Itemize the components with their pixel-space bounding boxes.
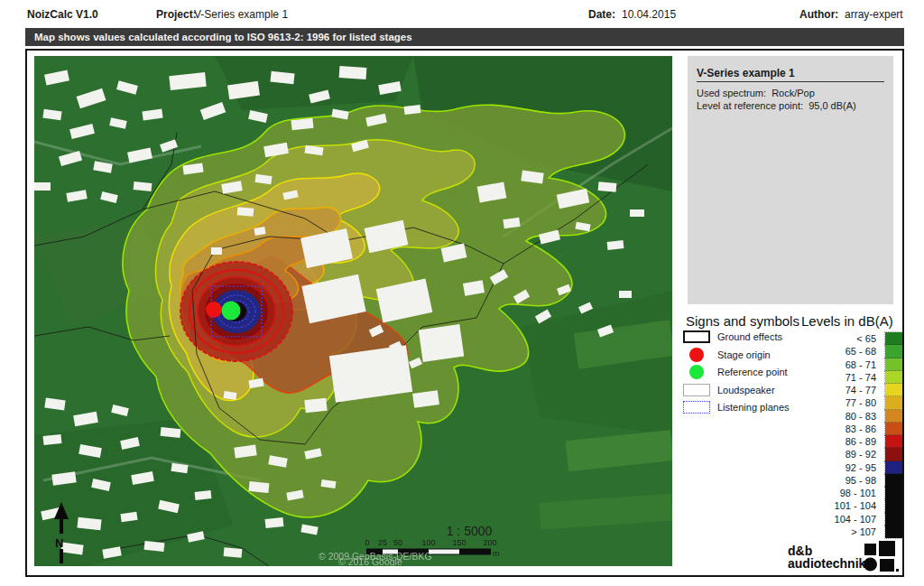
level-label: < 65 <box>856 333 876 344</box>
building <box>419 324 465 362</box>
scale-tick-label: 25 <box>378 538 387 547</box>
noizcalc-report-page: NoizCalc V1.0 Project: V-Series example … <box>0 0 924 586</box>
level-swatch <box>885 435 902 448</box>
level-row: 65 - 68 <box>767 345 902 358</box>
ground-effects-swatch <box>683 330 710 343</box>
building <box>224 547 243 558</box>
brand-logo-line1: d&b <box>788 544 865 557</box>
brand-logo-line2: audiotechnik <box>788 557 865 570</box>
iso-standard-banner: Map shows values calculated according to… <box>25 28 904 46</box>
stage-origin-label: Stage origin <box>717 349 771 360</box>
level-swatch <box>885 345 902 358</box>
level-row: 89 - 92 <box>767 448 902 460</box>
level-label: 92 - 95 <box>845 462 876 473</box>
level-label: 71 - 74 <box>845 372 876 383</box>
author-value: array-expert <box>845 8 903 21</box>
level-swatch <box>885 410 902 423</box>
reference-level-label: Level at reference point: <box>697 100 803 111</box>
building <box>598 181 617 192</box>
reference-level-line: Level at reference point: 95,0 dB(A) <box>697 100 884 111</box>
building <box>248 481 269 493</box>
stage-origin-marker <box>206 302 222 318</box>
level-row: 74 - 77 <box>767 384 902 396</box>
building <box>237 207 254 217</box>
level-swatch <box>885 332 902 345</box>
levels-legend: < 6565 - 6868 - 7171 - 7474 - 7777 - 808… <box>767 332 902 538</box>
level-swatch <box>885 384 902 396</box>
level-row: 104 - 107 <box>767 513 902 526</box>
level-swatch <box>885 461 902 474</box>
loudspeaker-swatch <box>683 384 710 396</box>
building <box>304 398 327 413</box>
scale-tick-label: 0 <box>365 538 369 547</box>
brand-logo-text: d&b audiotechnik <box>788 544 865 570</box>
project-value: V-Series example 1 <box>194 8 288 21</box>
level-row: 71 - 74 <box>767 371 902 384</box>
north-label: N <box>55 536 63 550</box>
report-frame: N 1 : 5000 02550100150200 m © 2009 GeoBa… <box>25 49 904 577</box>
building <box>630 209 644 217</box>
building <box>211 247 222 255</box>
building <box>195 490 212 500</box>
level-row: 95 - 98 <box>767 474 902 487</box>
building <box>404 105 421 115</box>
level-label: 101 - 104 <box>835 500 876 511</box>
scale-tick-label: 150 <box>452 538 466 547</box>
date-value: 10.04.2015 <box>622 8 676 21</box>
level-label: 80 - 83 <box>845 411 876 422</box>
used-spectrum-value: Rock/Pop <box>772 88 815 98</box>
level-row: 98 - 101 <box>767 487 902 499</box>
building <box>265 517 284 528</box>
level-row: > 107 <box>767 526 902 538</box>
levels-legend-title: Levels in dB(A) <box>801 313 893 329</box>
level-label: > 107 <box>851 526 876 537</box>
level-label: 83 - 86 <box>845 423 876 434</box>
level-row: < 65 <box>767 332 902 345</box>
symbols-legend-title: Signs and symbols <box>686 313 799 329</box>
level-label: 95 - 98 <box>845 475 876 486</box>
stage-origin-dot <box>689 348 704 362</box>
info-box-title: V-Series example 1 <box>697 67 884 79</box>
info-box-rule <box>697 81 884 82</box>
reference-point-dot <box>689 365 704 379</box>
level-swatch <box>885 448 902 460</box>
project-info-box: V-Series example 1 Used spectrum: Rock/P… <box>688 56 893 304</box>
used-spectrum-label: Used spectrum: <box>697 88 766 98</box>
date-label: Date: <box>588 8 615 21</box>
scale-tick-label: 200 <box>483 538 496 547</box>
level-swatch <box>885 423 902 435</box>
level-row: 86 - 89 <box>767 435 902 448</box>
level-swatch <box>885 396 902 409</box>
level-label: 89 - 92 <box>845 449 876 460</box>
level-row: 101 - 104 <box>767 499 902 512</box>
used-spectrum-line: Used spectrum: Rock/Pop <box>697 88 884 98</box>
level-swatch <box>885 487 902 499</box>
building <box>43 434 62 445</box>
listening-planes-swatch <box>683 401 710 414</box>
scale-ratio-label: 1 : 5000 <box>447 524 493 538</box>
level-row: 92 - 95 <box>767 461 902 474</box>
level-swatch <box>885 371 902 384</box>
level-row: 77 - 80 <box>767 396 902 409</box>
level-label: 68 - 71 <box>845 359 876 370</box>
building <box>339 66 367 79</box>
noise-map: N 1 : 5000 02550100150200 m © 2009 GeoBa… <box>34 56 672 566</box>
level-label: 86 - 89 <box>845 436 876 447</box>
level-row: 83 - 86 <box>767 423 902 435</box>
author-label: Author: <box>799 8 838 21</box>
level-row: 80 - 83 <box>767 410 902 423</box>
app-title: NoizCalc V1.0 <box>27 8 98 21</box>
level-swatch <box>885 526 902 538</box>
level-label: 65 - 68 <box>845 346 876 357</box>
level-label: 104 - 107 <box>835 514 876 525</box>
level-label: 74 - 77 <box>845 385 876 395</box>
reference-level-value: 95,0 dB(A) <box>808 100 856 111</box>
building <box>619 291 632 298</box>
level-swatch <box>885 513 902 526</box>
copyright-line2: © 2016 Google <box>338 556 402 566</box>
building <box>607 240 624 250</box>
scale-tick-label: 100 <box>421 538 435 547</box>
brand-logo-mark <box>864 539 901 575</box>
level-label: 98 - 101 <box>840 488 876 498</box>
building <box>34 182 51 191</box>
